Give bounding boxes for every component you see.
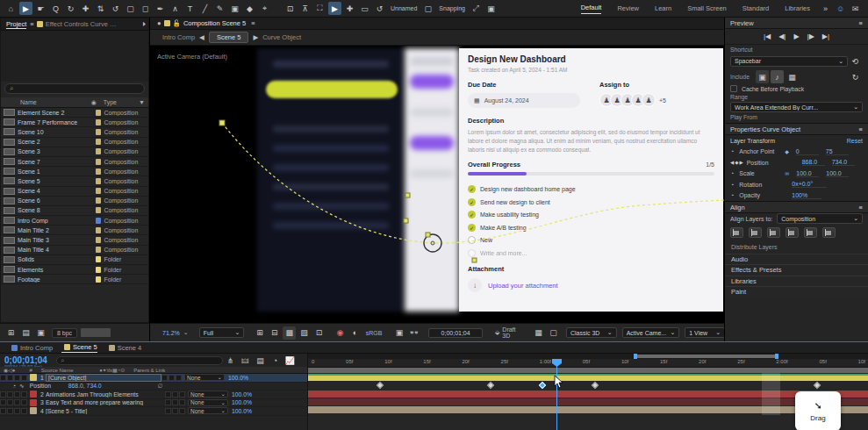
transport-button[interactable]: ▶|: [822, 32, 829, 40]
checklist-item[interactable]: Write and more...: [468, 247, 714, 260]
due-date-field[interactable]: ▦ August 24, 2024: [468, 93, 580, 108]
layer-name[interactable]: Easy Text and more prepare wearing: [46, 399, 165, 405]
stopwatch-icon[interactable]: ◔: [12, 383, 16, 389]
keyframe-nav-icons[interactable]: ◀◆▶: [730, 160, 744, 165]
workspace-tab[interactable]: Standard: [742, 4, 769, 12]
tool-button[interactable]: ⌖: [258, 2, 271, 15]
stopwatch-icon[interactable]: ◔: [730, 192, 734, 198]
reset-icon[interactable]: ⟲: [849, 54, 862, 68]
upload-icon[interactable]: ↓: [468, 278, 482, 292]
tool-button[interactable]: Q: [49, 2, 62, 15]
project-column-header[interactable]: Name ◉ Type ▼: [1, 97, 148, 108]
fit-anchor-icon[interactable]: ⛶: [313, 2, 326, 15]
region-of-interest-icon[interactable]: ▩: [283, 326, 296, 340]
zoom-caret-icon[interactable]: ⌄: [183, 329, 189, 336]
property-row-scale[interactable]: ◔ Scale ∞ 100.0 100.0: [725, 168, 868, 180]
project-item[interactable]: Scene 8 Composition: [1, 206, 148, 216]
stopwatch-icon[interactable]: ◔: [730, 148, 734, 154]
align-to-select[interactable]: Composition⌄: [777, 213, 863, 224]
properties-menu-icon[interactable]: ≡: [859, 125, 863, 133]
stretch-value[interactable]: 100.0%: [232, 391, 252, 398]
tool-button[interactable]: ◻: [139, 2, 152, 15]
breadcrumb-prev-icon[interactable]: ◀: [199, 33, 204, 41]
transport-button[interactable]: |▶: [807, 32, 814, 40]
timeline-tab[interactable]: Intro Comp: [9, 344, 53, 352]
item-label-chip[interactable]: [96, 276, 102, 283]
item-label-chip[interactable]: [96, 119, 102, 125]
grid-icon[interactable]: ▣: [484, 2, 498, 15]
align-menu-icon[interactable]: ≡: [859, 204, 863, 211]
stretch-value[interactable]: 100.0%: [228, 375, 248, 381]
snapping-checkbox[interactable]: ▢: [421, 2, 434, 15]
tool-button[interactable]: ↺: [109, 2, 122, 15]
timeline-tab[interactable]: Scene 4: [106, 344, 142, 352]
parent-select[interactable]: None⌄: [188, 407, 228, 414]
motion-blur-icon[interactable]: ◔: [269, 354, 282, 367]
checklist-item[interactable]: ✓ Make A/B testing: [468, 221, 714, 234]
property-row-anchor[interactable]: ◔ Anchor Point ◆ 0 75: [725, 147, 868, 158]
item-label-chip[interactable]: [96, 197, 102, 204]
breadcrumb-left[interactable]: Intro Comp: [162, 33, 195, 41]
tab-effect-controls[interactable]: Effect Controls Curve Object: [46, 20, 121, 28]
property-row-position[interactable]: ◔ ∿ Position 868.0, 734.0 ∅: [0, 383, 307, 391]
tool-button[interactable]: ╱: [198, 2, 212, 15]
parent-select[interactable]: None⌄: [184, 374, 225, 381]
workspace-tab[interactable]: Libraries: [785, 4, 810, 12]
property-value[interactable]: 734.0: [832, 159, 855, 166]
align-header[interactable]: Align: [730, 204, 745, 211]
properties-header[interactable]: Properties Curve Object: [730, 125, 800, 133]
item-label-chip[interactable]: [96, 218, 102, 224]
tool-button[interactable]: ✎: [213, 2, 226, 15]
checklist-item[interactable]: New: [468, 233, 714, 247]
tool-button[interactable]: ✚: [79, 2, 92, 15]
item-label-chip[interactable]: [96, 267, 102, 273]
filter-icon[interactable]: ▼: [139, 99, 145, 105]
move-icon[interactable]: ✚: [343, 2, 356, 15]
column-parent-link[interactable]: Parent & Link: [133, 368, 165, 373]
item-label-chip[interactable]: [96, 247, 102, 253]
snapshot-icon[interactable]: ▣: [392, 326, 405, 340]
property-value[interactable]: 0x+0.0°: [792, 181, 827, 188]
extended-viewer-icon[interactable]: ▢: [547, 326, 560, 340]
project-item[interactable]: Elements Folder: [1, 265, 148, 275]
lock-icon[interactable]: 🔓: [173, 19, 181, 27]
project-item[interactable]: Scene 7 Composition: [1, 157, 148, 167]
shy-icon[interactable]: 🜲: [239, 354, 252, 367]
workspace-overflow-icon[interactable]: »: [819, 2, 832, 15]
breadcrumb-right[interactable]: Curve Object: [262, 33, 301, 41]
project-item[interactable]: Footage Folder: [1, 275, 148, 284]
keyframe-icon[interactable]: [377, 382, 384, 389]
layer-name[interactable]: [Curve Object]: [46, 374, 161, 382]
preview-timecode[interactable]: 0;00;01;04: [428, 328, 483, 338]
bounds-icon[interactable]: ▭: [358, 2, 371, 15]
layer-row-3[interactable]: 3 Easy Text and more prepare wearing Non…: [0, 399, 307, 408]
exposure-icon[interactable]: ◐: [348, 326, 362, 340]
avatar[interactable]: ♟: [642, 93, 656, 107]
checklist-item[interactable]: ✓ Make usability testing: [468, 208, 714, 221]
mask-visibility-icon[interactable]: ⊟: [268, 326, 281, 340]
position-value[interactable]: 868.0, 734.0: [68, 383, 102, 389]
item-label-chip[interactable]: [96, 110, 102, 116]
tool-button[interactable]: ⇅: [94, 2, 107, 15]
workspace-tab[interactable]: Review: [617, 4, 639, 12]
draft-3d-toggle[interactable]: ⬙Draft 3D: [495, 326, 525, 339]
ground-plane-icon[interactable]: ▦: [532, 326, 545, 340]
preview-menu-icon[interactable]: ≡: [859, 19, 863, 27]
align-h-center-icon[interactable]: [749, 227, 762, 238]
column-name[interactable]: Name: [20, 99, 37, 105]
rotate-icon[interactable]: ↺: [373, 2, 386, 15]
layer-row-2[interactable]: 2 Animations Jam Through Elements None⌄ …: [0, 391, 307, 399]
graph-editor-icon[interactable]: 📈: [283, 354, 297, 367]
breadcrumb-current[interactable]: Scene 5: [209, 32, 249, 43]
timeline-search-input[interactable]: ⌕: [56, 356, 223, 365]
tool-button[interactable]: ▢: [124, 2, 137, 15]
align-top-icon[interactable]: [786, 227, 799, 238]
item-label-chip[interactable]: [96, 188, 102, 194]
keyframe-dot-icon[interactable]: ◆: [785, 148, 789, 154]
view-layout-select[interactable]: 1 View⌄: [685, 327, 725, 338]
parent-select[interactable]: None⌄: [188, 399, 228, 406]
tool-button[interactable]: ⌂: [4, 2, 18, 15]
loop-icon[interactable]: ↻: [849, 70, 862, 83]
stretch-value[interactable]: 100.0%: [232, 399, 252, 405]
keyframe-icon[interactable]: [814, 382, 821, 389]
